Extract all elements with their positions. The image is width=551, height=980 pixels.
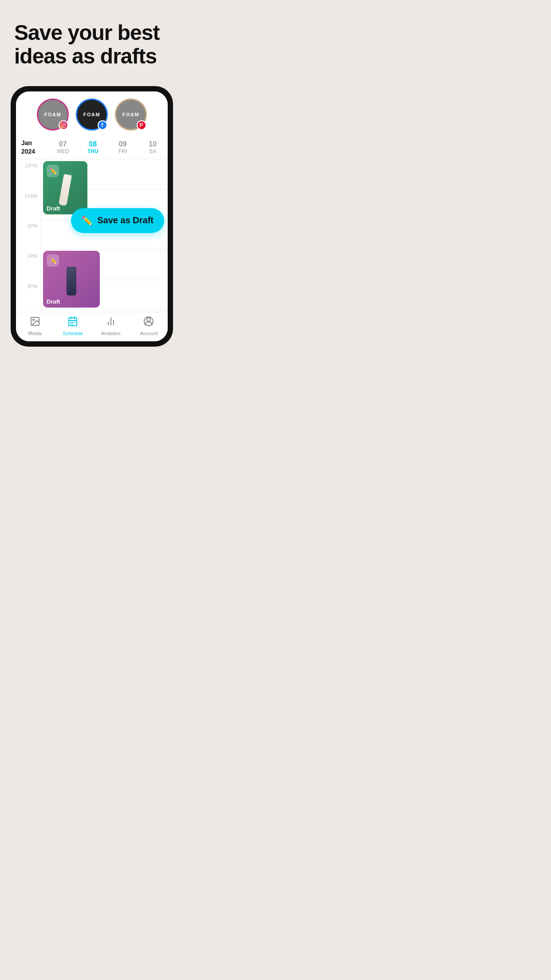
account-icon [143, 316, 154, 329]
time-1pm: 1PM [16, 221, 41, 252]
nav-media-label: Media [28, 331, 42, 336]
schedule-icon [67, 316, 78, 329]
accounts-row: FOAM FOAM f FOAM P [16, 91, 168, 135]
product-tube [59, 174, 72, 206]
phone-screen: FOAM FOAM f FOAM P Jan [16, 91, 168, 341]
nav-account-label: Account [140, 331, 157, 336]
calendar-grid: 12PM 11AM 1PM 2PM 3PM ✏️ Dr [16, 159, 168, 312]
nav-account[interactable]: Account [130, 316, 168, 336]
account-pinterest[interactable]: FOAM P [115, 99, 147, 130]
hero-title: Save your best ideas as drafts [14, 21, 169, 68]
nav-media[interactable]: Media [16, 316, 54, 336]
day-tab-sat[interactable]: 10 SA [138, 138, 168, 157]
day-tabs: 07 WED 08 THU 09 FRI 10 SA [48, 138, 168, 157]
svg-point-2 [64, 123, 65, 124]
day-tab-wed[interactable]: 07 WED [48, 138, 78, 157]
pinterest-badge: P [137, 120, 146, 130]
draft-card-1[interactable]: ✏️ Draft [43, 161, 87, 214]
draft-label-1: Draft [47, 205, 60, 212]
phone-mockup: FOAM FOAM f FOAM P Jan [11, 86, 173, 347]
svg-rect-0 [61, 123, 66, 127]
bottom-nav: Media Schedule [16, 312, 168, 341]
time-11am: 11AM [16, 191, 41, 221]
product-bottle [67, 267, 76, 296]
day-tab-thu[interactable]: 08 THU [78, 138, 108, 157]
nav-analytics-label: Analytics [101, 331, 121, 336]
save-draft-pencil-icon: ✏️ [82, 215, 93, 226]
draft-edit-icon-2: ✏️ [47, 254, 59, 267]
analytics-icon [106, 316, 116, 329]
account-facebook[interactable]: FOAM f [76, 99, 108, 130]
svg-point-4 [33, 319, 34, 320]
draft-card-2[interactable]: ✏️ Draft [43, 251, 100, 308]
day-tab-fri[interactable]: 09 FRI [108, 138, 138, 157]
save-draft-label: Save as Draft [97, 215, 153, 225]
save-as-draft-button[interactable]: ✏️ Save as Draft [71, 208, 164, 233]
time-12pm: 12PM [16, 161, 41, 191]
facebook-badge: f [98, 120, 107, 130]
nav-schedule-label: Schedule [63, 331, 83, 336]
draft-label-2: Draft [47, 298, 60, 305]
events-column: ✏️ Draft ✏️ Save as Draft ✏️ Draft [41, 159, 168, 312]
nav-analytics[interactable]: Analytics [92, 316, 130, 336]
account-instagram[interactable]: FOAM [37, 99, 69, 130]
hero-section: Save your best ideas as drafts [0, 0, 184, 79]
time-2pm: 2PM [16, 252, 41, 282]
svg-point-17 [147, 318, 150, 321]
nav-schedule[interactable]: Schedule [54, 316, 92, 336]
month-label: Jan 2024 [16, 139, 48, 155]
calendar-header: Jan 2024 07 WED 08 THU 09 FRI 10 SA [16, 135, 168, 159]
svg-point-1 [63, 124, 64, 126]
instagram-badge [59, 120, 68, 130]
account-label-3: FOAM [122, 112, 139, 117]
time-column: 12PM 11AM 1PM 2PM 3PM [16, 159, 41, 312]
account-label-2: FOAM [83, 112, 100, 117]
draft-edit-icon-1: ✏️ [47, 165, 59, 177]
account-label-1: FOAM [44, 112, 61, 117]
time-3pm: 3PM [16, 282, 41, 312]
media-icon [30, 316, 40, 329]
